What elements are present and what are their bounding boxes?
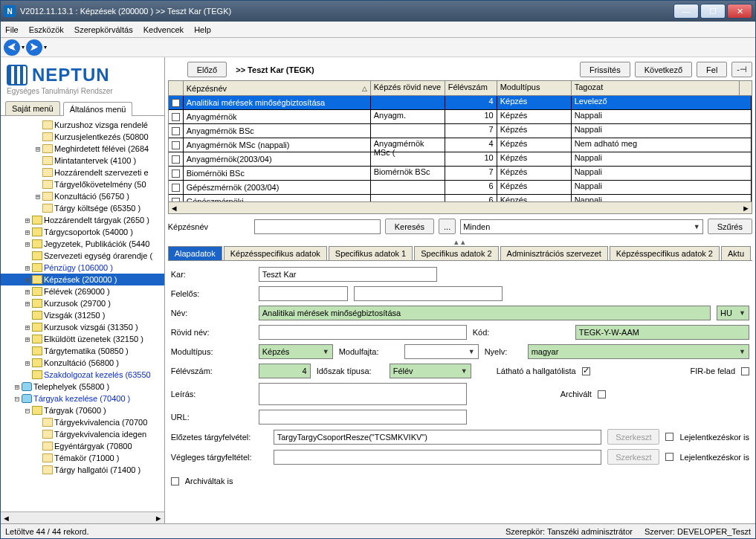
close-button[interactable]: ✕ [727, 4, 752, 19]
checkbox-lejelent-1[interactable] [665, 433, 673, 441]
field-modultipus[interactable]: Képzés▼ [259, 344, 333, 359]
nav-forward-dropdown[interactable]: ▾ [44, 44, 47, 51]
field-nev[interactable]: Analitikai mérések minőségbiztosítása [259, 306, 711, 320]
nav-forward-button[interactable]: ⮞ [26, 39, 42, 56]
tree-node[interactable]: Tárgyekvivalencia (70700 [1, 416, 164, 428]
grid-header-tagozat[interactable]: Tagozat [572, 81, 740, 95]
table-row[interactable]: Anyagmérnök BSc7KépzésNappali [169, 124, 752, 138]
next-button[interactable]: Következő [635, 62, 692, 77]
tree-node[interactable]: Vizsgák (31250 ) [1, 309, 164, 321]
menu-tools[interactable]: Eszközök [29, 25, 64, 34]
search-button[interactable]: Keresés [385, 219, 434, 234]
checkbox-fir[interactable] [741, 367, 749, 375]
tree-node[interactable]: ⊞Jegyzetek, Publikációk (5440 [1, 238, 164, 250]
table-row[interactable]: Anyagmérnök(2003/04)10KépzésNappali [169, 152, 752, 167]
field-nev-lang[interactable]: HU▼ [717, 306, 749, 320]
grid-hscrollbar[interactable]: ◄► [169, 201, 752, 213]
checkbox-archivaltak-is[interactable] [171, 477, 179, 485]
pin-button[interactable]: -⊣ [731, 62, 752, 77]
field-kod[interactable]: TEGK-Y-W-AAM [575, 325, 749, 340]
table-row[interactable]: AnyagmérnökAnyagm.10KépzésNappali [169, 110, 752, 124]
tree-node[interactable]: Tárgy hallgatói (71400 ) [1, 464, 164, 476]
menu-roleswitch[interactable]: Szerepkörváltás [74, 25, 133, 34]
menu-help[interactable]: Help [194, 25, 211, 34]
tree-node[interactable]: ⊞Meghirdetett félévei (2684 [1, 143, 164, 155]
row-checkbox[interactable] [172, 141, 180, 149]
nav-back-button[interactable]: ⮜ [4, 39, 20, 56]
detail-tab[interactable]: Alapadatok [168, 246, 222, 260]
tab-own-menu[interactable]: Saját menü [5, 101, 60, 115]
field-felevszam[interactable]: 4 [259, 364, 311, 378]
minimize-button[interactable]: — [673, 4, 699, 19]
row-checkbox[interactable] [172, 99, 180, 107]
splitter-handle[interactable]: ▴ ▴ [168, 239, 752, 245]
tree-node[interactable]: ⊞Hozzárendelt tárgyak (2650 ) [1, 214, 164, 226]
tree-node[interactable]: ⊞Képzések (200000 ) [1, 274, 164, 285]
tree-view[interactable]: Kurzushoz vizsga rendeléKurzusjelentkezé… [1, 116, 164, 511]
prev-button[interactable]: Előző [187, 62, 227, 77]
search-input[interactable] [254, 219, 381, 234]
tree-node[interactable]: ⊞Telephelyek (55800 ) [1, 381, 164, 393]
field-idoszaktipusa[interactable]: Félév▼ [390, 364, 471, 378]
row-checkbox[interactable] [172, 170, 180, 178]
detail-tab[interactable]: Specifikus adatok 2 [414, 246, 498, 260]
filter-button[interactable]: Szűrés [708, 219, 752, 234]
tree-node[interactable]: Kurzushoz vizsga rendelé [1, 119, 164, 131]
menu-file[interactable]: File [5, 25, 19, 34]
field-vegleges[interactable] [274, 450, 601, 465]
field-kar[interactable]: Teszt Kar [259, 267, 437, 282]
row-checkbox[interactable] [172, 155, 180, 164]
grid-header-kepzesnev[interactable]: Képzésnév [187, 84, 227, 93]
tab-general-menu[interactable]: Általános menü [63, 102, 133, 116]
row-checkbox[interactable] [172, 127, 180, 135]
field-modulfajta[interactable]: ▼ [404, 344, 479, 359]
filter-dropdown[interactable]: Minden▼ [460, 219, 703, 234]
row-checkbox[interactable] [172, 113, 180, 121]
field-elozetes[interactable]: TargyTargyCsoportResze("TCSMKVIKV") [274, 430, 601, 445]
data-grid[interactable]: Képzésnév△ Képzés rövid neve Félévszám M… [168, 80, 752, 214]
checkbox-lejelent-2[interactable] [665, 453, 673, 461]
field-felelos-1[interactable] [259, 286, 348, 301]
nav-back-dropdown[interactable]: ▾ [22, 44, 25, 51]
table-row[interactable]: Anyagmérnök MSc (nappali)Anyagmérnök MSc… [169, 138, 752, 152]
tree-node[interactable]: ⊟Tárgyak (70600 ) [1, 404, 164, 416]
detail-tab[interactable]: Adminisztrációs szervezet [500, 246, 608, 260]
tree-node[interactable]: Tárgyekvivalencia idegen [1, 428, 164, 440]
tree-node[interactable]: Tárgyelőkövetelmény (50 [1, 178, 164, 190]
tree-node[interactable]: ⊞Tárgycsoportok (54000 ) [1, 226, 164, 238]
table-row[interactable]: Biomérnöki BScBiomérnök BSc7KépzésNappal… [169, 167, 752, 181]
tree-node[interactable]: Szervezeti egység órarendje ( [1, 250, 164, 262]
checkbox-lathato[interactable]: ✓ [582, 367, 590, 375]
tree-node[interactable]: Mintatantervek (4100 ) [1, 155, 164, 167]
detail-tab[interactable]: Képzésspecifikus adatok [224, 246, 327, 260]
checkbox-archivalt[interactable] [598, 390, 606, 398]
field-url[interactable] [259, 410, 467, 425]
tree-node[interactable]: Szakdolgozat kezelés (63550 [1, 369, 164, 381]
tree-node[interactable]: Egyéntárgyak (70800 [1, 440, 164, 452]
tree-node[interactable]: Tárgy költsége (65350 ) [1, 202, 164, 214]
tree-node[interactable]: ⊞Elküldött üzenetek (32150 ) [1, 333, 164, 345]
grid-header-felevszam[interactable]: Félévszám [445, 81, 497, 95]
detail-tab[interactable]: Képzésspecifikus adatok 2 [610, 246, 720, 260]
tree-node[interactable]: ⊞Félévek (269000 ) [1, 285, 164, 297]
tree-node[interactable]: Témakör (71000 ) [1, 452, 164, 464]
field-nyelv[interactable]: magyar▼ [528, 344, 749, 359]
detail-tab[interactable]: Aktu [721, 246, 751, 260]
tree-node[interactable]: ⊞Konzultáció (56750 ) [1, 190, 164, 202]
grid-header-rovid[interactable]: Képzés rövid neve [371, 81, 445, 95]
table-row[interactable]: Analitikai mérések minőségbiztosítása4Ké… [169, 96, 752, 110]
grid-header-modultipus[interactable]: Modultípus [497, 81, 572, 95]
search-more-button[interactable]: ... [439, 219, 456, 234]
table-row[interactable]: Gépészmérnök (2003/04)6KépzésNappali [169, 181, 752, 195]
up-button[interactable]: Fel [697, 62, 727, 77]
refresh-button[interactable]: Frissítés [580, 62, 630, 77]
tree-node[interactable]: Tárgytematika (50850 ) [1, 345, 164, 357]
tree-node[interactable]: ⊟Tárgyak kezelése (70400 ) [1, 393, 164, 404]
tree-hscrollbar[interactable]: ◄► [1, 511, 164, 523]
detail-tab[interactable]: Specifikus adatok 1 [329, 246, 413, 260]
tree-node[interactable]: Kurzusjelentkezés (50800 [1, 131, 164, 143]
menu-favorites[interactable]: Kedvencek [143, 25, 184, 34]
tree-node[interactable]: Hozzárendelt szervezeti e [1, 167, 164, 178]
table-row[interactable]: Gépészmérnöki6KépzésNappali [169, 195, 752, 201]
field-rovidnev[interactable] [259, 325, 467, 340]
